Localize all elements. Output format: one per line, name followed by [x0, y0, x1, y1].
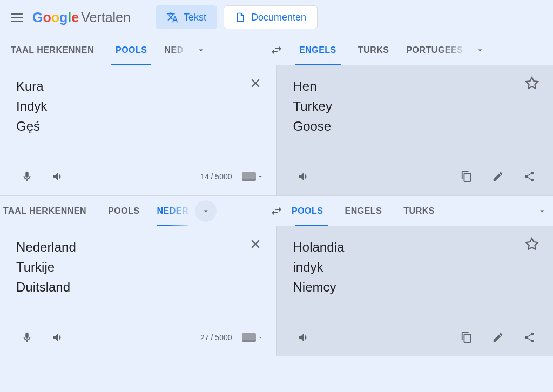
share-button[interactable] [518, 166, 540, 187]
copy-icon [461, 171, 473, 183]
tab-pools[interactable]: POOLS [97, 196, 151, 226]
mic-button[interactable] [16, 327, 38, 348]
close-icon [248, 76, 262, 90]
tab-engels[interactable]: ENGELS [334, 196, 393, 226]
speaker-icon [52, 170, 65, 183]
keyboard-button[interactable] [242, 172, 264, 181]
target-text: Hen Turkey Goose [293, 76, 525, 137]
speaker-icon [298, 331, 311, 344]
menu-icon[interactable] [11, 11, 24, 24]
speaker-button[interactable] [293, 166, 315, 187]
documents-mode-label: Documenten [251, 12, 306, 23]
chevron-down-icon [201, 206, 211, 216]
share-button[interactable] [518, 327, 540, 348]
swap-icon [270, 44, 283, 57]
source-lang-tabs: TAAL HERKENNEN POOLS NED [0, 35, 265, 65]
target-text: Holandia indyk Niemcy [293, 237, 525, 298]
translator-block-2: TAAL HERKENNEN POOLS NEDER POOLS ENGELS … [0, 195, 553, 356]
target-more-langs-button[interactable] [531, 200, 553, 222]
tab-detect-language[interactable]: TAAL HERKENNEN [0, 196, 97, 226]
translator-block-1: TAAL HERKENNEN POOLS NED ENGELS TURKS PO… [0, 35, 553, 195]
source-text[interactable]: Nederland Turkije Duitsland [16, 237, 248, 298]
target-footer [293, 166, 541, 187]
source-lang-tabs-2: TAAL HERKENNEN POOLS NEDER [0, 196, 265, 226]
tab-portugees[interactable]: PORTUGEES [400, 35, 469, 65]
edit-button[interactable] [487, 166, 509, 187]
star-icon [525, 76, 539, 90]
close-icon [248, 237, 262, 251]
save-button[interactable] [525, 76, 540, 137]
chevron-down-icon [537, 206, 547, 216]
pencil-icon [492, 171, 504, 183]
target-footer-2 [293, 327, 541, 348]
keyboard-icon [242, 172, 256, 181]
copy-icon [461, 332, 473, 343]
logo-suffix: Vertalen [81, 10, 131, 25]
source-text[interactable]: Kura Indyk Gęś [16, 76, 248, 137]
target-lang-tabs: ENGELS TURKS PORTUGEES [288, 35, 553, 65]
language-bar-1: TAAL HERKENNEN POOLS NED ENGELS TURKS PO… [0, 35, 553, 65]
text-mode-label: Tekst [184, 12, 206, 23]
tab-pools[interactable]: POOLS [288, 196, 334, 226]
source-more-langs-button[interactable] [190, 39, 212, 61]
source-pane: Kura Indyk Gęś 14 / 5000 [0, 65, 277, 195]
swap-icon [270, 205, 283, 218]
clear-button[interactable] [248, 76, 264, 137]
source-more-langs-button[interactable] [195, 200, 217, 222]
chevron-down-icon [196, 45, 206, 55]
mic-icon [21, 171, 33, 183]
tab-nederlands[interactable]: NEDER [150, 196, 195, 226]
speaker-button[interactable] [293, 327, 315, 348]
speaker-button[interactable] [48, 327, 69, 348]
swap-languages-button[interactable] [265, 199, 288, 223]
mode-buttons: Tekst Documenten [156, 5, 318, 29]
source-footer-2: 27 / 5000 [16, 327, 264, 348]
translate-icon [166, 11, 178, 23]
document-icon [235, 11, 246, 23]
edit-button[interactable] [487, 327, 509, 348]
mic-icon [21, 332, 33, 343]
pencil-icon [492, 332, 504, 343]
speaker-icon [52, 331, 65, 344]
text-mode-button[interactable]: Tekst [156, 5, 217, 29]
save-button[interactable] [525, 237, 540, 298]
copy-button[interactable] [456, 166, 477, 187]
copy-button[interactable] [456, 327, 477, 348]
tab-pools[interactable]: POOLS [105, 35, 158, 65]
target-pane: Hen Turkey Goose [277, 65, 554, 195]
keyboard-icon [242, 333, 256, 342]
tab-detect-language[interactable]: TAAL HERKENNEN [0, 35, 105, 65]
tab-turks[interactable]: TURKS [347, 35, 400, 65]
caret-down-icon [257, 173, 264, 180]
tab-nederlands-truncated[interactable]: NED [158, 35, 190, 65]
char-count: 27 / 5000 [200, 333, 232, 342]
char-count: 14 / 5000 [200, 172, 232, 181]
speaker-button[interactable] [48, 166, 69, 187]
speaker-icon [298, 170, 311, 183]
mic-button[interactable] [16, 166, 38, 187]
share-icon [523, 171, 535, 183]
target-pane-2: Holandia indyk Niemcy [277, 226, 554, 356]
source-footer: 14 / 5000 [16, 166, 264, 187]
header: Google Vertalen Tekst Documenten [0, 0, 553, 35]
share-icon [523, 332, 535, 343]
chevron-down-icon [475, 45, 485, 55]
tab-engels[interactable]: ENGELS [288, 35, 347, 65]
clear-button[interactable] [248, 237, 264, 298]
tab-turks[interactable]: TURKS [393, 196, 446, 226]
language-bar-2: TAAL HERKENNEN POOLS NEDER POOLS ENGELS … [0, 196, 553, 226]
star-icon [525, 237, 539, 251]
target-lang-tabs-2: POOLS ENGELS TURKS [288, 196, 553, 226]
panes-2: Nederland Turkije Duitsland 27 / 5000 [0, 226, 553, 356]
keyboard-button[interactable] [242, 333, 264, 342]
caret-down-icon [257, 334, 264, 341]
documents-mode-button[interactable]: Documenten [224, 5, 318, 29]
swap-languages-button[interactable] [265, 38, 288, 62]
source-pane-2: Nederland Turkije Duitsland 27 / 5000 [0, 226, 277, 356]
target-more-langs-button[interactable] [469, 39, 491, 61]
panes-1: Kura Indyk Gęś 14 / 5000 [0, 65, 553, 195]
logo: Google Vertalen [32, 10, 131, 25]
